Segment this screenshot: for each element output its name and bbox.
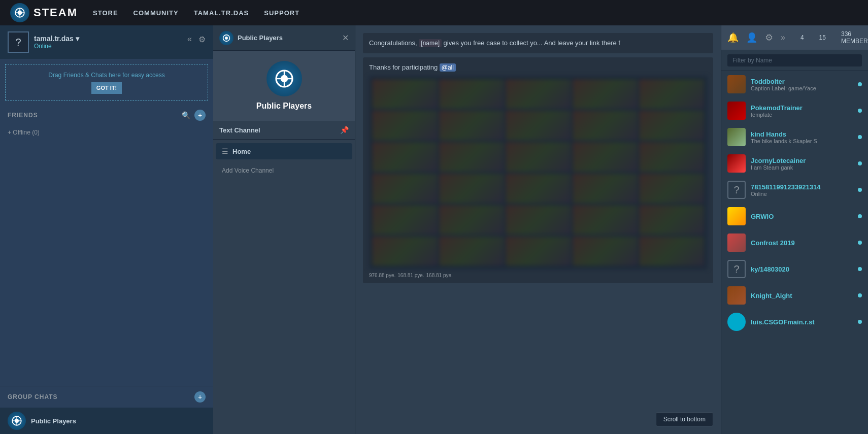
group-chats-header: GROUP CHATS + xyxy=(0,386,213,408)
member-name: luis.CSGOFmain.r.st xyxy=(751,318,853,326)
member-info: luis.CSGOFmain.r.st xyxy=(751,318,853,326)
friends-section-header: FRIENDS 🔍 + xyxy=(0,106,213,125)
member-list-item[interactable]: PokemodTrainertemplate xyxy=(721,97,868,124)
game-image-19 xyxy=(572,173,638,204)
user-avatar: ? xyxy=(8,31,29,53)
price-tags: 976.88 pye. 168.81 pye. 168.81 pye. xyxy=(369,271,707,278)
price-tag-2: 168.81 pye. xyxy=(397,273,424,278)
member-info: JcornyLotecainerI am Steam gank xyxy=(751,157,853,171)
group-big-name: Public Players xyxy=(256,102,312,111)
member-list-item[interactable]: luis.CSGOFmain.r.st xyxy=(721,309,868,335)
filter-bar xyxy=(721,50,868,71)
member-avatar xyxy=(727,154,746,173)
add-group-button[interactable]: + xyxy=(194,391,206,403)
member-list-item[interactable]: kind HandsThe bike lands k Skapler S xyxy=(721,124,868,150)
notification-icon[interactable]: 🔔 xyxy=(727,32,739,43)
member-list-item[interactable]: ?7815811991233921314Online xyxy=(721,177,868,203)
member-avatar xyxy=(727,207,746,225)
game-image-10 xyxy=(639,110,705,141)
member-info: GRWIO xyxy=(751,213,853,220)
nav-support[interactable]: SUPPORT xyxy=(264,9,299,17)
member-info: Knight_Aight xyxy=(751,292,853,299)
steam-logo-icon xyxy=(10,3,29,22)
text-channel-header: Text Channel 📌 xyxy=(213,121,355,140)
member-avatar xyxy=(727,233,746,252)
member-online-indicator xyxy=(858,320,862,324)
expand-icon[interactable]: » xyxy=(781,33,785,42)
member-info: ky/14803020 xyxy=(751,265,853,273)
member-online-indicator xyxy=(858,82,862,86)
member-list-item[interactable]: GRWIO xyxy=(721,203,868,229)
mention-all-tag: @all xyxy=(440,63,456,72)
members-top-bar: 🔔 👤 ⚙ » 4 15 336 MEMBERS xyxy=(721,25,868,50)
collapse-button[interactable]: « xyxy=(187,35,192,44)
settings-icon[interactable]: ⚙ xyxy=(765,32,773,43)
user-header: ? tamal.tr.das ▾ Online « ⚙ xyxy=(0,25,213,59)
member-name: 7815811991233921314 xyxy=(751,183,853,191)
member-status: template xyxy=(751,112,853,118)
pin-icon[interactable]: 📌 xyxy=(340,126,349,134)
game-image-9 xyxy=(572,110,638,141)
member-list-item[interactable]: Confrost 2019 xyxy=(721,229,868,256)
add-friend-button[interactable]: + xyxy=(194,110,206,121)
public-players-name: Public Players xyxy=(31,417,76,425)
main-chat-area: Congratulations, [name] gives you free c… xyxy=(355,25,721,434)
message-item-2: Thanks for participating @all xyxy=(363,57,713,284)
got-it-button[interactable]: GOT IT! xyxy=(91,82,122,94)
chat-panel-header: Public Players ✕ xyxy=(213,25,355,51)
playing-count: 15 xyxy=(819,34,826,41)
message-text-2: Thanks for participating @all xyxy=(369,62,707,73)
game-image-20 xyxy=(639,173,705,204)
scroll-to-bottom-button[interactable]: Scroll to bottom xyxy=(656,412,713,426)
member-list-item[interactable]: ?ky/14803020 xyxy=(721,256,868,282)
member-status: I am Steam gank xyxy=(751,164,853,171)
gear-icon[interactable]: ⚙ xyxy=(198,35,206,44)
game-image-4 xyxy=(572,79,638,109)
right-sidebar-members: 🔔 👤 ⚙ » 4 15 336 MEMBERS ToddboiterCapti… xyxy=(721,25,868,434)
nav-username[interactable]: TAMAL.TR.DAS xyxy=(194,9,249,17)
add-voice-channel[interactable]: Add Voice Channel xyxy=(213,163,355,178)
member-list-item[interactable]: ToddboiterCaption Label: game/Yace xyxy=(721,71,868,97)
member-info: 7815811991233921314Online xyxy=(751,183,853,197)
chat-channel-panel: Public Players ✕ Public Players Text Cha… xyxy=(213,25,355,434)
member-online-indicator xyxy=(858,135,862,139)
home-channel-item[interactable]: ☰ Home xyxy=(216,143,352,159)
game-image-8 xyxy=(505,110,571,141)
public-players-sidebar-item[interactable]: Public Players xyxy=(0,408,213,434)
game-image-25 xyxy=(639,205,705,235)
game-image-11 xyxy=(372,142,438,172)
home-channel-name: Home xyxy=(232,148,251,155)
member-name: kind Hands xyxy=(751,130,853,138)
filter-by-name-input[interactable] xyxy=(727,54,862,66)
drag-hint-text: Drag Friends & Chats here for easy acces… xyxy=(48,72,164,79)
member-name: Toddboiter xyxy=(751,78,853,85)
steam-logo[interactable]: STEAM xyxy=(10,3,78,22)
offline-section[interactable]: + Offline (0) xyxy=(0,125,213,140)
member-list-item[interactable]: JcornyLotecainerI am Steam gank xyxy=(721,150,868,177)
friends-search-icon[interactable]: 🔍 xyxy=(182,111,190,119)
nav-store[interactable]: STORE xyxy=(93,9,118,17)
member-name: ky/14803020 xyxy=(751,265,853,273)
members-count: 336 MEMBERS xyxy=(841,30,868,45)
channel-list: ☰ Home xyxy=(213,140,355,163)
member-info: Confrost 2019 xyxy=(751,239,853,247)
member-info: kind HandsThe bike lands k Skapler S xyxy=(751,130,853,144)
close-icon[interactable]: ✕ xyxy=(342,33,349,43)
game-image-27 xyxy=(439,236,505,266)
game-images-grid xyxy=(369,76,707,269)
game-image-2 xyxy=(439,79,505,109)
username[interactable]: tamal.tr.das ▾ xyxy=(34,35,206,43)
group-chats-section: GROUP CHATS + Public Players xyxy=(0,386,213,434)
member-online-indicator xyxy=(858,241,862,245)
text-channel-label: Text Channel xyxy=(219,126,336,134)
game-image-29 xyxy=(572,236,638,266)
member-list-item[interactable]: Knight_Aight xyxy=(721,282,868,309)
main-layout: ? tamal.tr.das ▾ Online « ⚙ Drag Friends… xyxy=(0,25,868,434)
public-players-avatar xyxy=(8,412,26,430)
nav-community[interactable]: COMMUNITY xyxy=(133,9,179,17)
left-sidebar: ? tamal.tr.das ▾ Online « ⚙ Drag Friends… xyxy=(0,25,213,434)
group-chats-label: GROUP CHATS xyxy=(8,393,190,400)
add-member-icon[interactable]: 👤 xyxy=(746,32,757,43)
game-image-14 xyxy=(572,142,638,172)
message-text-1: Congratulations, [name] gives you free c… xyxy=(369,38,707,48)
